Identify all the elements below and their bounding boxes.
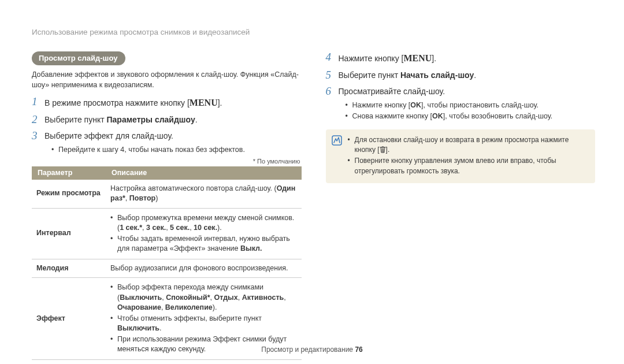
step-6: 6 Просматривайте слайд-шоу. (326, 86, 596, 98)
step-number: 3 (32, 130, 44, 142)
list-item: Нажмите кнопку [OK], чтобы приостановить… (346, 100, 596, 110)
step-number: 5 (326, 69, 339, 81)
step-6-sub: Нажмите кнопку [OK], чтобы приостановить… (346, 100, 596, 121)
list-item: Выбор эффекта перехода между снимками (В… (110, 283, 297, 313)
right-column: 4 Нажмите кнопку [MENU]. 5 Выберите пунк… (326, 51, 596, 360)
list-item: Чтобы задать временной интервал, нужно в… (110, 234, 297, 254)
page-number: 76 (355, 346, 362, 354)
ok-icon: OK (432, 112, 443, 120)
default-note: * По умолчанию (32, 158, 300, 165)
list-item: Поверните кнопку управления зумом влево … (348, 156, 588, 176)
table-row: Режим просмотра Настройка автоматическог… (32, 180, 302, 209)
param-name: Интервал (32, 208, 106, 259)
step-text: Выберите пункт Параметры слайдшоу. (44, 114, 198, 125)
list-item: Для остановки слайд-шоу и возврата в реж… (348, 135, 588, 157)
param-name: Мелодия (32, 259, 106, 278)
step-text: Выберите пункт Начать слайд-шоу. (339, 69, 477, 81)
info-icon (332, 135, 342, 146)
breadcrumb: Использование режима просмотра снимков и… (32, 28, 595, 36)
section-pill: Просмотр слайд-шоу (32, 51, 125, 65)
step-5: 5 Выберите пункт Начать слайд-шоу. (326, 69, 596, 81)
trash-icon (380, 146, 386, 156)
param-desc: Настройка автоматического повтора слайд-… (106, 180, 302, 209)
step-number: 6 (326, 86, 339, 98)
info-note-box: Для остановки слайд-шоу и возврата в реж… (326, 129, 596, 184)
step-text: Нажмите кнопку [MENU]. (339, 51, 437, 65)
menu-icon: MENU (190, 98, 218, 107)
step-1: 1 В режиме просмотра нажмите кнопку [MEN… (32, 96, 302, 109)
params-table: Параметр Описание Режим просмотра Настро… (32, 166, 302, 360)
page-footer: Просмотр и редактирование 76 (0, 346, 624, 354)
step-3: 3 Выберите эффект для слайд-шоу. (32, 130, 302, 142)
menu-icon: MENU (403, 53, 432, 63)
step-4: 4 Нажмите кнопку [MENU]. (326, 51, 596, 65)
step-number: 1 (32, 96, 44, 108)
step-number: 2 (32, 114, 44, 126)
param-name: Режим просмотра (32, 180, 106, 209)
list-item: Выбор промежутка времени между сменой сн… (110, 213, 297, 233)
ok-icon: OK (410, 101, 421, 109)
param-desc: Выбор аудиозаписи для фонового воспроизв… (106, 259, 302, 278)
step-3-sub: Перейдите к шагу 4, чтобы начать показ б… (51, 144, 302, 155)
step-2: 2 Выберите пункт Параметры слайдшоу. (32, 114, 302, 126)
left-column: Просмотр слайд-шоу Добавление эффектов и… (32, 51, 302, 360)
param-desc: Выбор промежутка времени между сменой сн… (106, 208, 302, 259)
step-number: 4 (326, 51, 339, 64)
step-text: В режиме просмотра нажмите кнопку [MENU]… (44, 96, 222, 109)
table-row: Интервал Выбор промежутка времени между … (32, 208, 302, 259)
list-item: Перейдите к шагу 4, чтобы начать показ б… (51, 144, 302, 155)
step-text: Просматривайте слайд-шоу. (339, 86, 445, 97)
table-row: Мелодия Выбор аудиозаписи для фонового в… (32, 259, 302, 278)
step-text: Выберите эффект для слайд-шоу. (44, 130, 173, 142)
th-desc: Описание (106, 166, 302, 180)
list-item: Чтобы отменить эффекты, выберите пункт В… (110, 314, 297, 334)
intro-text: Добавление эффектов и звукового оформлен… (32, 70, 302, 90)
th-param: Параметр (32, 166, 106, 180)
list-item: Снова нажмите кнопку [OK], чтобы возобно… (346, 111, 596, 121)
